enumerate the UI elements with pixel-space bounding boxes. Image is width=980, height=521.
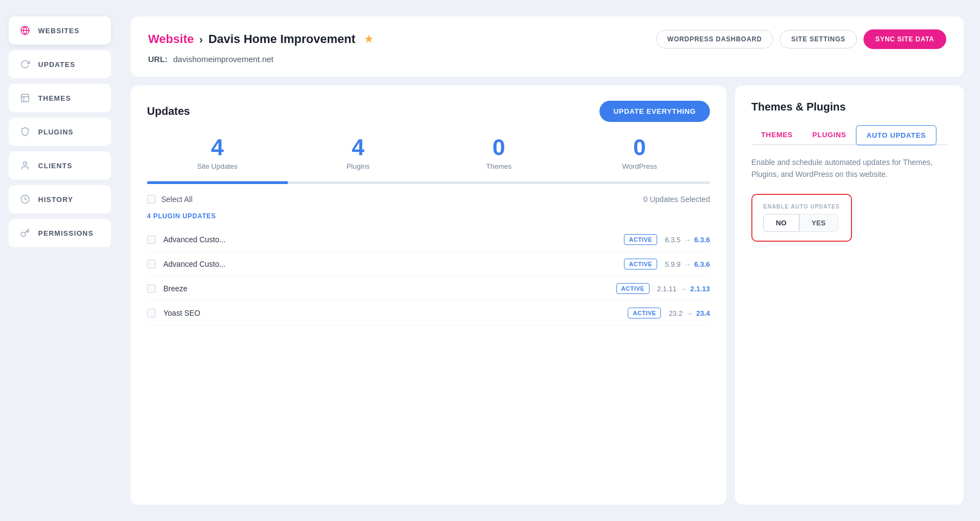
stat-label-site-updates: Site Updates (147, 162, 288, 170)
plugin-name-1: Advanced Custo... (163, 235, 616, 244)
table-row: Advanced Custo... ACTIVE 6.3.5 → 6.3.6 (147, 228, 710, 252)
url-label: URL: (148, 54, 168, 64)
stat-label-plugins: Plugins (288, 162, 429, 170)
plugin-checkbox-2[interactable] (147, 260, 156, 268)
plugin-checkbox-4[interactable] (147, 309, 156, 317)
updates-card: Updates UPDATE EVERYTHING 4 Site Updates… (131, 85, 726, 505)
sidebar-item-clients[interactable]: CLIENTS (9, 151, 111, 180)
table-row: Advanced Custo... ACTIVE 5.9.9 → 6.3.6 (147, 252, 710, 277)
star-icon[interactable]: ★ (364, 33, 373, 45)
sidebar-label-clients: CLIENTS (38, 162, 72, 170)
wordpress-dashboard-button[interactable]: WORDPRESS DASHBOARD (656, 30, 774, 48)
select-all-text: Select All (161, 195, 193, 204)
svg-point-5 (23, 162, 27, 165)
sync-site-data-button[interactable]: SYNC SITE DATA (863, 29, 946, 49)
content-area: Updates UPDATE EVERYTHING 4 Site Updates… (131, 85, 964, 505)
version-to-4: 23.4 (696, 309, 710, 317)
select-all-checkbox[interactable] (147, 195, 156, 204)
plugin-status-2: ACTIVE (624, 259, 657, 269)
select-all-label[interactable]: Select All (147, 195, 193, 204)
stat-number-plugins: 4 (288, 135, 429, 160)
plugin-list: Advanced Custo... ACTIVE 6.3.5 → 6.3.6 A… (147, 228, 710, 326)
plugin-checkbox-1[interactable] (147, 235, 156, 244)
key-icon (20, 228, 30, 238)
clock-icon (20, 194, 30, 205)
stat-site-updates: 4 Site Updates (147, 135, 288, 170)
plugin-updates-section-label: 4 PLUGIN UPDATES (147, 212, 710, 220)
auto-updates-description: Enable and schedule automated updates fo… (751, 156, 947, 181)
layout-icon (20, 93, 30, 103)
sidebar-label-themes: THEMES (38, 94, 71, 102)
updates-header: Updates UPDATE EVERYTHING (147, 101, 710, 122)
sidebar-item-history[interactable]: HISTORY (9, 185, 111, 213)
header-card: Website › Davis Home Improvement ★ WORDP… (131, 16, 964, 77)
toggle-buttons: NO YES (763, 214, 840, 232)
version-from-4: 23.2 (669, 309, 682, 317)
progress-bar-fill (147, 181, 288, 184)
url-value: davishomeimprovement.net (173, 54, 273, 64)
refresh-icon (20, 59, 30, 70)
site-settings-button[interactable]: SITE SETTINGS (780, 30, 856, 48)
header-actions: WORDPRESS DASHBOARD SITE SETTINGS SYNC S… (656, 29, 946, 49)
user-icon (20, 160, 30, 171)
plugin-name-3: Breeze (163, 284, 609, 293)
stat-number-site-updates: 4 (147, 135, 288, 160)
themes-card-title: Themes & Plugins (751, 101, 947, 113)
sidebar-item-plugins[interactable]: PLUGINS (9, 118, 111, 146)
enable-auto-updates-label: ENABLE AUTO UPDATES (763, 204, 840, 210)
arrow-icon-4: → (686, 309, 693, 317)
updates-count: 0 Updates Selected (644, 195, 710, 204)
plugin-status-4: ACTIVE (628, 308, 661, 318)
sidebar-label-updates: UPDATES (38, 60, 75, 69)
sidebar-label-permissions: PERMISSIONS (38, 229, 94, 237)
plugin-version-3: 2.1.11 → 2.1.13 (657, 285, 710, 293)
plugin-checkbox-3[interactable] (147, 284, 156, 293)
tab-themes[interactable]: THEMES (751, 125, 803, 145)
stat-label-themes: Themes (428, 162, 569, 170)
updates-title: Updates (147, 105, 190, 118)
globe-icon (20, 25, 30, 36)
toggle-yes-button[interactable]: YES (799, 214, 838, 232)
stat-plugins: 4 Plugins (288, 135, 429, 170)
select-all-row: Select All 0 Updates Selected (147, 195, 710, 204)
stat-number-themes: 0 (428, 135, 569, 160)
sidebar-label-plugins: PLUGINS (38, 128, 74, 136)
breadcrumb-arrow: › (199, 33, 203, 46)
tab-plugins[interactable]: PLUGINS (803, 125, 856, 145)
sidebar-item-permissions[interactable]: PERMISSIONS (9, 219, 111, 247)
plugin-version-1: 6.3.5 → 6.3.6 (665, 236, 710, 244)
breadcrumb-website: Website (148, 32, 194, 46)
sidebar-item-websites[interactable]: WEBSITES (9, 16, 111, 45)
enable-auto-updates-box: ENABLE AUTO UPDATES NO YES (751, 194, 852, 242)
breadcrumb: Website › Davis Home Improvement ★ (148, 32, 373, 46)
version-to-3: 2.1.13 (690, 285, 710, 293)
stat-number-wordpress: 0 (569, 135, 710, 160)
stat-themes: 0 Themes (428, 135, 569, 170)
stat-label-wordpress: WordPress (569, 162, 710, 170)
tab-auto-updates[interactable]: AUTO UPDATES (856, 125, 936, 145)
stat-wordpress: 0 WordPress (569, 135, 710, 170)
stats-row: 4 Site Updates 4 Plugins 0 Themes 0 Word… (147, 135, 710, 170)
toggle-no-button[interactable]: NO (763, 214, 799, 232)
sidebar: WEBSITES UPDATES THEMES PLUGINS (0, 0, 120, 521)
version-from-3: 2.1.11 (657, 285, 677, 293)
table-row: Yoast SEO ACTIVE 23.2 → 23.4 (147, 301, 710, 326)
shield-icon (20, 126, 30, 137)
svg-rect-2 (21, 94, 29, 102)
version-to-2: 6.3.6 (694, 260, 710, 268)
url-row: URL: davishomeimprovement.net (148, 54, 946, 64)
update-everything-button[interactable]: UPDATE EVERYTHING (599, 101, 710, 122)
progress-bar-container (147, 181, 710, 184)
sidebar-label-history: HISTORY (38, 195, 73, 204)
sidebar-item-updates[interactable]: UPDATES (9, 50, 111, 78)
plugin-name-4: Yoast SEO (163, 309, 620, 317)
plugin-status-1: ACTIVE (624, 234, 657, 245)
arrow-icon-1: → (684, 236, 691, 244)
version-to-1: 6.3.6 (694, 236, 710, 244)
sidebar-label-websites: WEBSITES (38, 27, 79, 35)
sidebar-item-themes[interactable]: THEMES (9, 84, 111, 112)
themes-plugins-card: Themes & Plugins THEMES PLUGINS AUTO UPD… (735, 85, 964, 505)
main-content: Website › Davis Home Improvement ★ WORDP… (120, 0, 980, 521)
arrow-icon-2: → (684, 260, 691, 268)
table-row: Breeze ACTIVE 2.1.11 → 2.1.13 (147, 277, 710, 301)
